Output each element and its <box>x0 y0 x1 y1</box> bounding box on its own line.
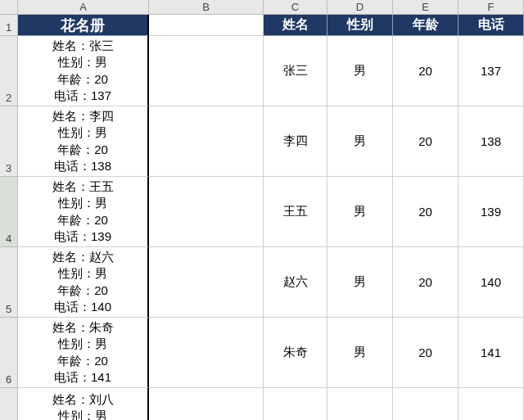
cell-gender[interactable]: 男 <box>328 36 393 106</box>
roster-line-gender: 性别：男 <box>58 195 107 211</box>
cell-phone[interactable]: 141 <box>458 318 524 388</box>
cell-b3[interactable] <box>149 106 264 177</box>
roster-line-phone: 电话：141 <box>54 369 111 386</box>
roster-entry[interactable]: 姓名：张三 性别：男 年龄：20 电话：137 <box>18 36 149 106</box>
select-all-corner[interactable] <box>0 0 18 15</box>
col-header-e[interactable]: E <box>393 0 458 15</box>
cell-name[interactable]: 赵六 <box>264 247 328 318</box>
roster-line-age: 年龄：20 <box>57 212 108 228</box>
roster-entry[interactable]: 姓名：王五 性别：男 年龄：20 电话：139 <box>18 177 149 247</box>
cell-age[interactable]: 20 <box>393 247 458 318</box>
cell-phone[interactable]: 138 <box>458 106 524 177</box>
row-header-4[interactable]: 4 <box>0 177 18 247</box>
roster-line-gender: 性别：男 <box>58 408 107 420</box>
cell-age[interactable]: 20 <box>393 177 458 247</box>
cell-age[interactable]: 20 <box>393 318 458 388</box>
roster-line-gender: 性别：男 <box>58 124 107 141</box>
row-header-2[interactable]: 2 <box>0 36 18 106</box>
roster-line-name: 姓名：朱奇 <box>52 319 114 336</box>
cell-age[interactable]: 20 <box>393 106 458 177</box>
roster-line-gender: 性别：男 <box>58 54 107 70</box>
roster-line-phone: 电话：137 <box>54 88 111 104</box>
cell-phone[interactable]: 137 <box>458 36 524 106</box>
cell-b5[interactable] <box>149 247 264 318</box>
cell-name[interactable]: 王五 <box>264 177 328 247</box>
col-header-b[interactable]: B <box>149 0 264 15</box>
table-header-name[interactable]: 姓名 <box>264 15 328 36</box>
cell-age[interactable]: 20 <box>393 36 458 106</box>
roster-entry[interactable]: 姓名：朱奇 性别：男 年龄：20 电话：141 <box>18 318 149 388</box>
cell-name[interactable]: 朱奇 <box>264 318 328 388</box>
cell-name[interactable] <box>264 388 328 420</box>
cell-gender[interactable]: 男 <box>328 177 393 247</box>
table-header-phone[interactable]: 电话 <box>458 15 524 36</box>
table-header-gender[interactable]: 性别 <box>328 15 393 36</box>
roster-line-age: 年龄：20 <box>57 353 108 369</box>
col-header-f[interactable]: F <box>458 0 524 15</box>
roster-entry[interactable]: 姓名：赵六 性别：男 年龄：20 电话：140 <box>18 247 149 318</box>
col-header-a[interactable]: A <box>18 0 149 15</box>
col-header-c[interactable]: C <box>264 0 328 15</box>
cell-b4[interactable] <box>149 177 264 247</box>
row-header-6[interactable]: 6 <box>0 318 18 388</box>
col-header-d[interactable]: D <box>328 0 393 15</box>
roster-line-phone: 电话：139 <box>54 228 111 245</box>
roster-entry[interactable]: 姓名：刘八 性别：男 <box>18 388 149 420</box>
roster-line-name: 姓名：赵六 <box>52 249 114 265</box>
roster-line-age: 年龄：20 <box>57 282 108 299</box>
roster-entry[interactable]: 姓名：李四 性别：男 年龄：20 电话：138 <box>18 106 149 177</box>
cell-name[interactable]: 张三 <box>264 36 328 106</box>
cell-b1[interactable] <box>149 15 264 36</box>
cell-b2[interactable] <box>149 36 264 106</box>
roster-line-name: 姓名：刘八 <box>52 391 114 408</box>
cell-b6[interactable] <box>149 318 264 388</box>
cell-b7[interactable] <box>149 388 264 420</box>
table-header-age[interactable]: 年龄 <box>393 15 458 36</box>
roster-line-name: 姓名：李四 <box>52 108 114 124</box>
cell-gender[interactable] <box>328 388 393 420</box>
roster-header-cell[interactable]: 花名册 <box>18 15 149 36</box>
roster-line-name: 姓名：王五 <box>52 178 114 195</box>
roster-line-age: 年龄：20 <box>57 142 108 158</box>
cell-phone[interactable] <box>458 388 524 420</box>
cell-gender[interactable]: 男 <box>328 247 393 318</box>
row-header-1[interactable]: 1 <box>0 15 18 36</box>
roster-line-name: 姓名：张三 <box>52 38 114 54</box>
cell-phone[interactable]: 139 <box>458 177 524 247</box>
roster-line-gender: 性别：男 <box>58 265 107 282</box>
cell-name[interactable]: 李四 <box>264 106 328 177</box>
roster-line-gender: 性别：男 <box>58 336 107 352</box>
cell-age[interactable] <box>393 388 458 420</box>
row-header-3[interactable]: 3 <box>0 106 18 177</box>
roster-line-phone: 电话：138 <box>54 158 111 174</box>
row-header-5[interactable]: 5 <box>0 247 18 318</box>
roster-line-phone: 电话：140 <box>54 299 111 315</box>
cell-gender[interactable]: 男 <box>328 106 393 177</box>
row-header-7[interactable] <box>0 388 18 420</box>
cell-phone[interactable]: 140 <box>458 247 524 318</box>
spreadsheet-grid[interactable]: A B C D E F 1 花名册 姓名 性别 年龄 电话 2 姓名：张三 性别… <box>0 0 524 420</box>
roster-line-age: 年龄：20 <box>57 71 108 88</box>
cell-gender[interactable]: 男 <box>328 318 393 388</box>
